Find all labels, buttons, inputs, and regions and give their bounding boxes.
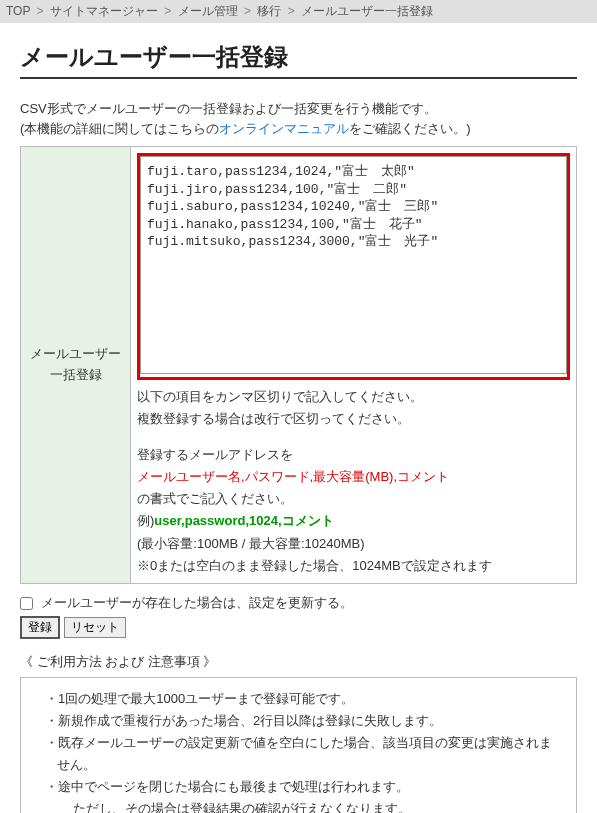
description: CSV形式でメールユーザーの一括登録および一括変更を行う機能です。 (本機能の詳…	[0, 99, 597, 146]
update-existing-checkbox[interactable]	[20, 597, 33, 610]
form-label-l2: 一括登録	[50, 367, 102, 382]
manual-link[interactable]: オンラインマニュアル	[219, 121, 349, 136]
desc-line1: CSV形式でメールユーザーの一括登録および一括変更を行う機能です。	[20, 101, 437, 116]
csv-textarea[interactable]	[140, 156, 567, 374]
help-p7: (最小容量:100MB / 最大容量:10240MB)	[137, 533, 570, 555]
breadcrumb-item[interactable]: TOP	[6, 4, 30, 18]
highlighted-textarea-frame	[137, 153, 570, 380]
breadcrumb: TOP > サイトマネージャー > メール管理 > 移行 > メールユーザー一括…	[0, 0, 597, 23]
help-text: 以下の項目をカンマ区切りで記入してください。 複数登録する場合は改行で区切ってく…	[137, 386, 570, 577]
reset-button[interactable]: リセット	[64, 617, 126, 638]
update-existing-label[interactable]: メールユーザーが存在した場合は、設定を更新する。	[41, 595, 353, 610]
help-p1: 以下の項目をカンマ区切りで記入してください。	[137, 386, 570, 408]
note-item: 1回の処理で最大1000ユーザーまで登録可能です。	[45, 688, 564, 710]
form-label-l1: メールユーザー	[30, 346, 121, 361]
help-example: 例)user,password,1024,コメント	[137, 510, 570, 532]
note-indent: ただし、その場合は登録結果の確認が行えなくなります。	[45, 798, 564, 813]
help-p8: ※0または空白のまま登録した場合、1024MBで設定されます	[137, 555, 570, 577]
breadcrumb-item[interactable]: メール管理	[178, 4, 238, 18]
submit-button[interactable]: 登録	[20, 616, 60, 639]
desc-line2b: をご確認ください。)	[349, 121, 470, 136]
breadcrumb-sep: >	[288, 4, 295, 18]
desc-line2a: (本機能の詳細に関してはこちらの	[20, 121, 219, 136]
help-p5: の書式でご記入ください。	[137, 488, 570, 510]
note-item: 途中でページを閉じた場合にも最後まで処理は行われます。	[45, 776, 564, 798]
notes-title: 《 ご利用方法 および 注意事項 》	[20, 653, 577, 671]
note-item: 新規作成で重複行があった場合、2行目以降は登録に失敗します。	[45, 710, 564, 732]
breadcrumb-item[interactable]: 移行	[257, 4, 281, 18]
form-label-cell: メールユーザー 一括登録	[21, 147, 131, 584]
breadcrumb-sep: >	[244, 4, 251, 18]
form-content-cell: 以下の項目をカンマ区切りで記入してください。 複数登録する場合は改行で区切ってく…	[131, 147, 577, 584]
breadcrumb-item[interactable]: サイトマネージャー	[50, 4, 158, 18]
help-p3: 登録するメールアドレスを	[137, 444, 570, 466]
help-p2: 複数登録する場合は改行で区切ってください。	[137, 408, 570, 430]
breadcrumb-item-current: メールユーザー一括登録	[301, 4, 433, 18]
page-title: メールユーザー一括登録	[20, 41, 577, 79]
help-format-line: メールユーザー名,パスワード,最大容量(MB),コメント	[137, 466, 570, 488]
note-item: 既存メールユーザーの設定更新で値を空白にした場合、該当項目の変更は実施されません…	[45, 732, 564, 776]
breadcrumb-sep: >	[164, 4, 171, 18]
breadcrumb-sep: >	[37, 4, 44, 18]
notes-box: 1回の処理で最大1000ユーザーまで登録可能です。 新規作成で重複行があった場合…	[20, 677, 577, 813]
form-table: メールユーザー 一括登録 以下の項目をカンマ区切りで記入してください。 複数登録…	[20, 146, 577, 584]
